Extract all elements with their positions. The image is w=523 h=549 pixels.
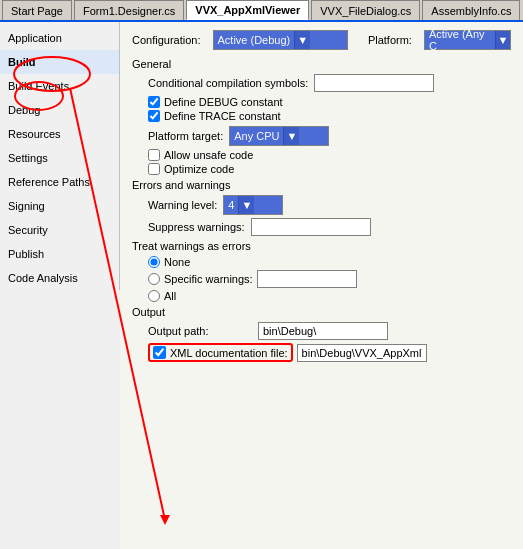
warning-level-value: 4	[224, 199, 238, 211]
output-path-row: Output path:	[148, 322, 511, 340]
warning-level-row: Warning level: 4 ▼	[148, 195, 511, 215]
none-radio[interactable]	[148, 256, 160, 268]
xml-doc-input[interactable]	[297, 344, 427, 362]
config-label: Configuration:	[132, 34, 201, 46]
xml-doc-highlight: XML documentation file:	[148, 343, 293, 362]
specific-radio[interactable]	[148, 273, 160, 285]
tab-form1-designer[interactable]: Form1.Designer.cs	[74, 0, 184, 20]
sidebar: Application Build Build Events Debug Res…	[0, 22, 120, 290]
sidebar-item-build-events[interactable]: Build Events	[0, 74, 119, 98]
warning-level-label: Warning level:	[148, 199, 217, 211]
xml-doc-checkbox[interactable]	[153, 346, 166, 359]
define-trace-row: Define TRACE constant	[148, 110, 511, 122]
specific-radio-row: Specific warnings:	[148, 270, 511, 288]
config-row: Configuration: Active (Debug) ▼ Platform…	[132, 30, 511, 50]
main-area: Application Build Build Events Debug Res…	[0, 22, 523, 549]
define-trace-label: Define TRACE constant	[164, 110, 281, 122]
sidebar-item-resources[interactable]: Resources	[0, 122, 119, 146]
define-trace-checkbox[interactable]	[148, 110, 160, 122]
output-path-label: Output path:	[148, 325, 258, 337]
output-section-title: Output	[132, 306, 511, 318]
all-radio[interactable]	[148, 290, 160, 302]
tab-vvx-appxmlviewer[interactable]: VVX_AppXmlViewer	[186, 0, 309, 20]
platform-target-value: Any CPU	[230, 130, 283, 142]
allow-unsafe-label: Allow unsafe code	[164, 149, 253, 161]
sidebar-item-security[interactable]: Security	[0, 218, 119, 242]
warning-level-dropdown[interactable]: 4 ▼	[223, 195, 283, 215]
all-radio-row: All	[148, 290, 511, 302]
allow-unsafe-row: Allow unsafe code	[148, 149, 511, 161]
sidebar-item-publish[interactable]: Publish	[0, 242, 119, 266]
config-dropdown-arrow: ▼	[294, 31, 310, 49]
optimize-row: Optimize code	[148, 163, 511, 175]
sidebar-wrapper: Application Build Build Events Debug Res…	[0, 22, 120, 549]
output-path-input[interactable]	[258, 322, 388, 340]
platform-dropdown[interactable]: Active (Any C ▼	[424, 30, 511, 50]
treat-warnings-group: None Specific warnings: All	[148, 256, 511, 302]
xml-doc-row: XML documentation file:	[148, 343, 511, 362]
platform-target-row: Platform target: Any CPU ▼	[148, 126, 511, 146]
configuration-dropdown[interactable]: Active (Debug) ▼	[213, 30, 348, 50]
config-value: Active (Debug)	[214, 34, 295, 46]
tab-assemblyinfo[interactable]: AssemblyInfo.cs	[422, 0, 520, 20]
sidebar-item-code-analysis[interactable]: Code Analysis	[0, 266, 119, 290]
sidebar-item-reference-paths[interactable]: Reference Paths	[0, 170, 119, 194]
output-group: Output path: XML documentation file:	[148, 322, 511, 362]
platform-target-arrow: ▼	[283, 127, 299, 145]
define-debug-checkbox[interactable]	[148, 96, 160, 108]
specific-input[interactable]	[257, 270, 357, 288]
platform-target-dropdown[interactable]: Any CPU ▼	[229, 126, 329, 146]
sidebar-item-application[interactable]: Application	[0, 26, 119, 50]
optimize-checkbox[interactable]	[148, 163, 160, 175]
optimize-label: Optimize code	[164, 163, 234, 175]
platform-label: Platform:	[368, 34, 412, 46]
general-section-title: General	[132, 58, 511, 70]
none-radio-row: None	[148, 256, 511, 268]
suppress-row: Suppress warnings:	[148, 218, 511, 236]
errors-section-title: Errors and warnings	[132, 179, 511, 191]
conditional-row: Conditional compilation symbols:	[148, 74, 511, 92]
conditional-label: Conditional compilation symbols:	[148, 77, 308, 89]
treat-warnings-title: Treat warnings as errors	[132, 240, 511, 252]
errors-group: Warning level: 4 ▼ Suppress warnings:	[148, 195, 511, 236]
suppress-input[interactable]	[251, 218, 371, 236]
sidebar-item-build[interactable]: Build	[0, 50, 119, 74]
sidebar-item-debug[interactable]: Debug	[0, 98, 119, 122]
general-group: Conditional compilation symbols: Define …	[148, 74, 511, 175]
xml-doc-label: XML documentation file:	[170, 347, 288, 359]
all-label: All	[164, 290, 176, 302]
none-label: None	[164, 256, 190, 268]
conditional-input[interactable]	[314, 74, 434, 92]
define-debug-row: Define DEBUG constant	[148, 96, 511, 108]
tab-start-page[interactable]: Start Page	[2, 0, 72, 20]
allow-unsafe-checkbox[interactable]	[148, 149, 160, 161]
platform-target-label: Platform target:	[148, 130, 223, 142]
suppress-label: Suppress warnings:	[148, 221, 245, 233]
specific-label: Specific warnings:	[164, 273, 253, 285]
platform-dropdown-arrow: ▼	[495, 31, 510, 49]
sidebar-item-settings[interactable]: Settings	[0, 146, 119, 170]
sidebar-item-signing[interactable]: Signing	[0, 194, 119, 218]
define-debug-label: Define DEBUG constant	[164, 96, 283, 108]
tab-vvx-filedialog[interactable]: VVX_FileDialog.cs	[311, 0, 420, 20]
platform-value: Active (Any C	[425, 28, 495, 52]
content-panel: Configuration: Active (Debug) ▼ Platform…	[120, 22, 523, 549]
warning-level-arrow: ▼	[238, 196, 254, 214]
tab-bar: Start Page Form1.Designer.cs VVX_AppXmlV…	[0, 0, 523, 22]
